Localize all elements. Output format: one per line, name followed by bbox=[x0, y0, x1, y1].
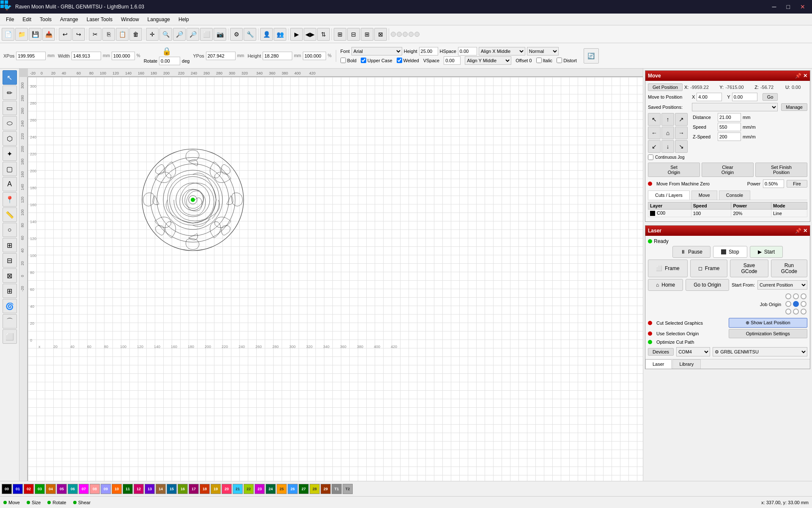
array-btn[interactable]: ⊞ bbox=[361, 28, 373, 41]
distort-cb[interactable] bbox=[557, 58, 562, 63]
go-btn[interactable]: Go bbox=[763, 93, 778, 101]
user1-btn[interactable]: 👤 bbox=[260, 28, 273, 41]
user2-btn[interactable]: 👥 bbox=[274, 28, 286, 41]
swatch-10[interactable]: 10 bbox=[112, 484, 122, 494]
move-tab[interactable]: Move bbox=[691, 190, 717, 200]
origin-mc[interactable] bbox=[793, 301, 799, 307]
hspace-input[interactable] bbox=[458, 47, 477, 55]
swatch-27[interactable]: 27 bbox=[299, 484, 309, 494]
select-region-btn[interactable]: ⬜ bbox=[200, 28, 213, 41]
set-finish-btn[interactable]: Set FinishPosition bbox=[755, 163, 807, 177]
origin-bl[interactable] bbox=[785, 309, 791, 315]
draw-line-tool[interactable]: ✏ bbox=[3, 86, 17, 100]
save-gcode-btn[interactable]: Save GCode bbox=[730, 260, 768, 277]
pin-tool[interactable]: 📍 bbox=[3, 192, 17, 207]
start-from-select[interactable]: Current Position Absolute Coords User Or… bbox=[757, 280, 807, 290]
italic-cb[interactable] bbox=[536, 58, 542, 63]
stop-btn[interactable]: Stop bbox=[713, 246, 747, 258]
circle-tool[interactable]: ○ bbox=[3, 223, 17, 237]
frame2-btn[interactable]: ◻ Frame bbox=[690, 260, 728, 277]
jog-down-left[interactable]: ↙ bbox=[648, 140, 661, 153]
bold-cb[interactable] bbox=[340, 58, 346, 63]
lock-icon[interactable]: 🔒 bbox=[162, 47, 171, 56]
group-btn[interactable]: ⊞ bbox=[334, 28, 346, 41]
frame-tool[interactable]: ⬜ bbox=[3, 329, 17, 344]
move-x-input[interactable] bbox=[697, 93, 722, 101]
swatch-21[interactable]: 21 bbox=[233, 484, 243, 494]
jog-home[interactable]: ⌂ bbox=[661, 127, 674, 139]
move-close-btn[interactable]: ✕ bbox=[803, 73, 807, 79]
tools-btn[interactable]: 🔧 bbox=[244, 28, 256, 41]
width-input[interactable] bbox=[71, 52, 101, 60]
origin-bc[interactable] bbox=[793, 309, 799, 315]
rotate-input[interactable] bbox=[159, 57, 180, 65]
swatch-17[interactable]: 17 bbox=[189, 484, 199, 494]
rectangle-tool[interactable]: ▭ bbox=[3, 101, 17, 115]
swatch-01[interactable]: 01 bbox=[13, 484, 23, 494]
swatch-09[interactable]: 09 bbox=[101, 484, 111, 494]
swatch-24[interactable]: 24 bbox=[266, 484, 276, 494]
new-btn[interactable]: 📄 bbox=[2, 28, 14, 41]
swatch-t1[interactable]: T1 bbox=[332, 484, 342, 494]
swatch-15[interactable]: 15 bbox=[167, 484, 177, 494]
swatch-11[interactable]: 11 bbox=[123, 484, 133, 494]
delete-btn[interactable]: 🗑 bbox=[129, 28, 142, 41]
import-btn[interactable]: 📥 bbox=[42, 28, 55, 41]
ellipse-tool[interactable]: ⬭ bbox=[3, 116, 17, 130]
origin-br[interactable] bbox=[801, 309, 807, 315]
swatch-22[interactable]: 22 bbox=[244, 484, 254, 494]
zspeed-input[interactable] bbox=[718, 133, 741, 141]
redo-btn[interactable]: ↪ bbox=[72, 28, 85, 41]
minimize-btn[interactable]: ─ bbox=[769, 3, 780, 11]
close-btn[interactable]: ✕ bbox=[797, 3, 809, 11]
laser-pin-btn[interactable]: 📌 bbox=[795, 228, 801, 234]
menu-help[interactable]: Help bbox=[174, 15, 193, 24]
origin-mr[interactable] bbox=[801, 301, 807, 307]
swatch-28[interactable]: 28 bbox=[310, 484, 320, 494]
paste-btn[interactable]: 📋 bbox=[116, 28, 129, 41]
text-tool[interactable]: A bbox=[3, 177, 17, 191]
swatch-13[interactable]: 13 bbox=[145, 484, 155, 494]
select-tool[interactable]: ↖ bbox=[3, 70, 17, 85]
zoom-fit-btn[interactable]: 🔍 bbox=[159, 28, 172, 41]
ypos-input[interactable] bbox=[206, 52, 236, 60]
set-origin-btn[interactable]: SetOrigin bbox=[648, 163, 700, 177]
laser-close-btn[interactable]: ✕ bbox=[803, 228, 807, 234]
settings-btn[interactable]: ⚙ bbox=[230, 28, 243, 41]
swatch-t2[interactable]: T2 bbox=[343, 484, 353, 494]
menu-window[interactable]: Window bbox=[117, 15, 143, 24]
swatch-20[interactable]: 20 bbox=[222, 484, 232, 494]
saved-pos-select[interactable] bbox=[692, 103, 778, 111]
save-btn[interactable]: 💾 bbox=[29, 28, 41, 41]
cut-btn[interactable]: ✂ bbox=[89, 28, 102, 41]
rounded-rect-tool[interactable]: ▢ bbox=[3, 162, 17, 176]
swatch-03[interactable]: 03 bbox=[35, 484, 45, 494]
swatch-26[interactable]: 26 bbox=[288, 484, 298, 494]
move-pin-btn[interactable]: 📌 bbox=[795, 73, 801, 79]
normal-select[interactable]: Normal bbox=[527, 47, 559, 55]
distance-input[interactable] bbox=[718, 113, 741, 121]
frame1-btn[interactable]: ⬜ Frame bbox=[648, 260, 688, 277]
swatch-05[interactable]: 05 bbox=[57, 484, 67, 494]
align-x-select[interactable]: Align X Middle bbox=[479, 47, 525, 55]
cuts-layers-tab[interactable]: Cuts / Layers bbox=[648, 190, 690, 200]
continuous-jog-cb[interactable] bbox=[648, 155, 653, 160]
mirror-h-btn[interactable]: ◀▶ bbox=[304, 28, 316, 41]
swatch-23[interactable]: 23 bbox=[255, 484, 265, 494]
swatch-29[interactable]: 29 bbox=[321, 484, 331, 494]
menu-laser-tools[interactable]: Laser Tools bbox=[82, 15, 117, 24]
jog-down[interactable]: ↓ bbox=[661, 140, 674, 153]
origin-tc[interactable] bbox=[793, 293, 799, 299]
menu-file[interactable]: File bbox=[2, 15, 18, 24]
speed-input[interactable] bbox=[718, 123, 741, 131]
start-btn[interactable]: ▶ Start bbox=[750, 246, 783, 258]
font-height-input[interactable] bbox=[419, 47, 438, 55]
vspace-input[interactable] bbox=[444, 56, 461, 65]
origin-ml[interactable] bbox=[785, 301, 791, 307]
path-tool[interactable]: ⌒ bbox=[3, 314, 17, 329]
xpos-input[interactable] bbox=[16, 52, 46, 60]
power-input[interactable] bbox=[763, 179, 784, 188]
jog-up[interactable]: ↑ bbox=[661, 113, 674, 126]
height-pct[interactable] bbox=[303, 52, 326, 60]
jog-down-right[interactable]: ↘ bbox=[675, 140, 688, 153]
